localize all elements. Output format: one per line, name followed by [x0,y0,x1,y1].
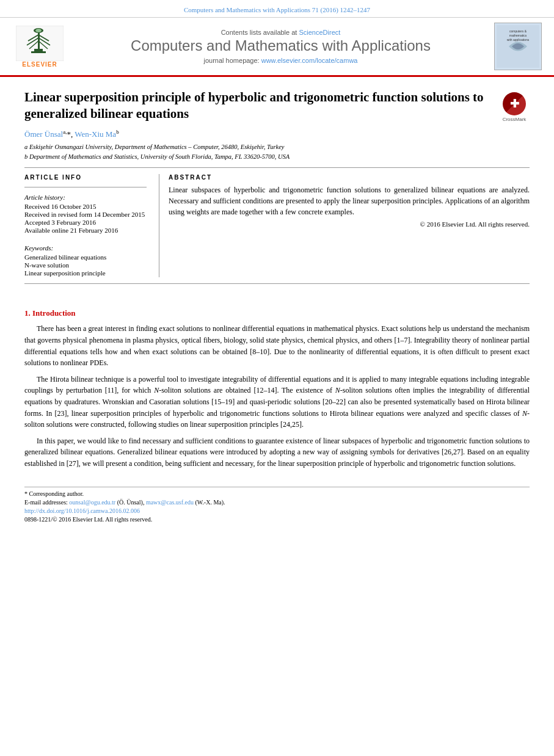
article-info-col: ARTICLE INFO Article history: Received 1… [24,174,147,277]
intro-para-3: In this paper, we would like to find nec… [24,435,530,470]
issn-note: 0898-1221/© 2016 Elsevier Ltd. All right… [24,516,530,523]
sciencedirect-line: Contents lists available at ScienceDirec… [73,29,488,36]
keyword-3: Linear superposition principle [24,269,147,277]
doi-link[interactable]: http://dx.doi.org/10.1016/j.camwa.2016.0… [24,507,140,514]
svg-text:mathematics: mathematics [509,34,527,37]
copyright-notice: © 2016 Elsevier Ltd. All rights reserved… [169,220,530,228]
page: Computers and Mathematics with Applicati… [0,0,554,756]
divider-2 [24,283,530,284]
journal-cover-thumbnail: computers & mathematics with application… [494,23,542,70]
affiliation-a: a Eskişehir Osmangazi University, Depart… [24,142,530,152]
keywords-title: Keywords: [24,244,147,252]
footer-content: * Corresponding author. E-mail addresses… [0,490,554,531]
top-bar: Computers and Mathematics with Applicati… [0,0,554,18]
revised-date: Received in revised form 14 December 201… [24,211,147,218]
email1-link[interactable]: ounsal@ogu.edu.tr [69,499,115,506]
keyword-1: Generalized bilinear equations [24,253,147,261]
svg-rect-1 [38,31,40,49]
svg-point-3 [35,29,42,32]
corresponding-note: * Corresponding author. [24,490,530,497]
abstract-text: Linear subspaces of hyperbolic and trigo… [169,184,530,217]
footer-divider [24,487,530,487]
info-divider [24,187,147,187]
journal-homepage: journal homepage: www.elsevier.com/locat… [73,57,488,64]
article-title: Linear superposition principle of hyperb… [24,89,493,123]
author-b-sup: b [116,129,119,135]
affiliation-b: b Department of Mathematics and Statisti… [24,152,530,162]
svg-text:with applications: with applications [507,38,530,42]
elsevier-label: ELSEVIER [22,61,57,68]
abstract-col: ABSTRACT Linear subspaces of hyperbolic … [159,174,530,277]
corresponding-label: * Corresponding author. [24,490,84,497]
elsevier-logo-area: ELSEVIER [12,26,67,68]
journal-citation-link[interactable]: Computers and Mathematics with Applicati… [184,6,370,13]
received-date: Received 16 October 2015 [24,203,147,210]
body-content: 1. Introduction There has been a great i… [0,308,554,480]
divider-1 [24,167,530,168]
affiliations: a Eskişehir Osmangazi University, Depart… [24,142,530,162]
article-title-section: Linear superposition principle of hyperb… [24,89,530,123]
email2-link[interactable]: mawx@cas.usf.edu [146,499,194,506]
svg-rect-11 [31,51,46,53]
intro-para-2: The Hirota bilinear technique is a power… [24,374,530,431]
crossmark-logo: ✚ [503,92,526,115]
two-col-section: ARTICLE INFO Article history: Received 1… [24,174,530,277]
keyword-2: N-wave solution [24,261,147,269]
article-history-title: Article history: [24,194,147,201]
article-info-header: ARTICLE INFO [24,174,147,181]
elsevier-svg-logo [16,26,64,61]
svg-rect-10 [34,49,43,51]
intro-para-1: There has been a great interest in findi… [24,323,530,368]
article-content: Linear superposition principle of hyperb… [0,77,554,302]
journal-center: Contents lists available at ScienceDirec… [67,29,494,64]
email-note: E-mail addresses: ounsal@ogu.edu.tr (Ö. … [24,499,530,506]
available-date: Available online 21 February 2016 [24,227,147,234]
author-a-link[interactable]: Ömer Ünsal [24,129,63,139]
journal-title: Computers and Mathematics with Applicati… [73,37,488,55]
email1-author: (Ö. Ünsal), [117,499,145,506]
crossmark-label: CrossMark [503,117,527,122]
doi-note: http://dx.doi.org/10.1016/j.camwa.2016.0… [24,507,530,514]
journal-header: ELSEVIER Contents lists available at Sci… [0,18,554,77]
email2-author: (W.-X. Ma). [195,499,225,506]
accepted-date: Accepted 3 February 2016 [24,219,147,226]
crossmark-area: ✚ CrossMark [499,92,530,122]
authors-line: Ömer Ünsala,*, Wen-Xiu Mab [24,129,530,139]
abstract-header: ABSTRACT [169,174,530,181]
email-label: E-mail addresses: [24,499,68,506]
intro-heading: 1. Introduction [24,308,530,318]
author-b-link[interactable]: Wen-Xiu Ma [75,129,116,139]
sciencedirect-link[interactable]: ScienceDirect [299,29,340,36]
journal-homepage-link[interactable]: www.elsevier.com/locate/camwa [261,57,358,64]
svg-text:computers &: computers & [509,29,527,33]
